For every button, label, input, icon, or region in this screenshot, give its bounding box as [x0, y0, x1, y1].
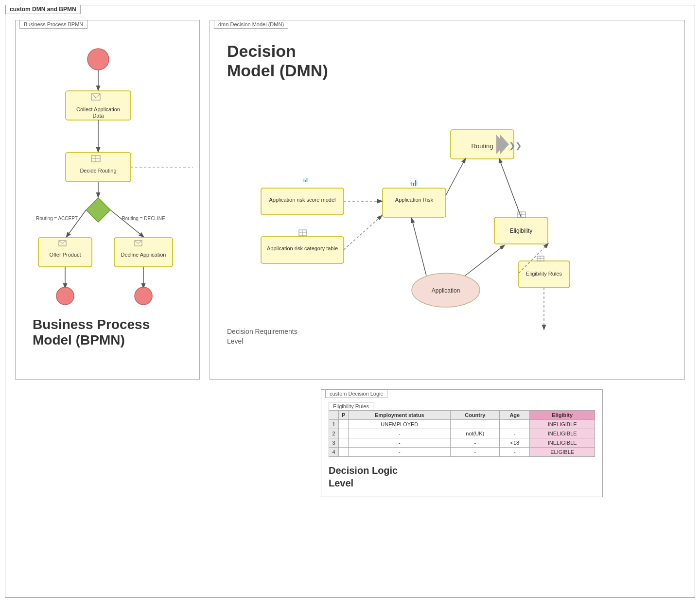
dmn-arrow-app-arisk	[412, 219, 426, 276]
table-cell-p-4	[339, 448, 349, 457]
table-row: 3 - - <18 INELIGIBLE	[329, 438, 595, 448]
table-row: 4 - - - ELIGIBLE	[329, 448, 595, 457]
table-cell-p-1	[339, 420, 349, 429]
table-cell-country-4: -	[451, 448, 500, 457]
dmn-arrow-elig-routing	[499, 159, 521, 217]
dmn-application-label: Application	[432, 287, 460, 294]
table-tab: Eligibility Rules	[329, 402, 373, 410]
dmn-panel-title: dmn Decision Model (DMN)	[214, 20, 288, 29]
bpmn-big-label-2: Model (BPMN)	[33, 332, 125, 347]
table-header-eligibility: Eligibity	[530, 411, 595, 420]
table-header-p: P	[339, 411, 349, 420]
svg-rect-14	[518, 212, 525, 218]
eligibility-table-container: Eligibility Rules P Employment status Co…	[329, 402, 595, 457]
dmn-elig-rules-label: Eligibility Rules	[526, 271, 562, 277]
svg-text:📊: 📊	[409, 178, 418, 187]
table-cell-country-1: -	[451, 420, 500, 429]
dmn-routing-label: Routing	[472, 142, 493, 150]
table-cell-employment-3: -	[349, 438, 451, 448]
table-cell-num-3: 3	[329, 438, 339, 448]
bpmn-panel-title: Business Process BPMN	[19, 20, 88, 29]
table-cell-country-3: -	[451, 438, 500, 448]
table-cell-num-2: 2	[329, 429, 339, 438]
bpmn-end-event-1	[56, 287, 74, 305]
bpmn-collect-label: Collect Application	[76, 106, 120, 112]
decision-logic-big-label: Decision Logic Level	[329, 464, 595, 489]
table-cell-age-3: <18	[500, 438, 530, 448]
bpmn-gateway	[86, 198, 110, 222]
table-header-employment: Employment status	[349, 411, 451, 420]
dmn-drl-label-1: Decision Requirements	[227, 328, 298, 335]
bpmn-end-event-2	[135, 287, 152, 305]
table-cell-p-2	[339, 429, 349, 438]
bpmn-decline-label: Routing = DECLINE	[122, 216, 165, 221]
dmn-panel: dmn Decision Model (DMN) Decision Model …	[210, 20, 685, 380]
table-cell-eligibility-3: INELIGIBLE	[530, 438, 595, 448]
decision-logic-label-1: Decision Logic	[329, 464, 595, 477]
table-cell-p-3	[339, 438, 349, 448]
table-cell-age-4: -	[500, 448, 530, 457]
bpmn-accept-label: Routing = ACCEPT	[36, 216, 78, 221]
dmn-arrow-app-elig	[465, 245, 504, 276]
bpmn-decide-box	[66, 153, 131, 182]
table-cell-employment-2: -	[349, 429, 451, 438]
decision-logic-label-2: Level	[329, 477, 595, 489]
table-cell-eligibility-1: INELIGIBLE	[530, 420, 595, 429]
bpmn-svg: Collect Application Data Decide Routing	[23, 28, 193, 348]
svg-text:❯❯: ❯❯	[509, 141, 522, 150]
decision-logic-panel: custom Decision Logic Eligibility Rules …	[321, 389, 603, 497]
dmn-arisk-box	[383, 188, 446, 217]
outer-title: custom DMN and BPMN	[5, 5, 81, 14]
table-header-num	[329, 411, 339, 420]
dmn-arrow-risk-routing	[446, 159, 465, 195]
dmn-arisk-model-label: Application risk score model	[269, 197, 336, 203]
bpmn-decide-label: Decide Routing	[80, 168, 116, 173]
table-cell-age-2: -	[500, 429, 530, 438]
bpmn-big-label-1: Business Process	[33, 317, 150, 332]
dmn-arrow-cat-risk	[344, 216, 382, 250]
dmn-svg: Decision Model (DMN) ❯❯ Routing 📊 Applic…	[217, 28, 572, 368]
bpmn-decline-label2: Decline Application	[121, 252, 166, 258]
decision-logic-section: custom Decision Logic Eligibility Rules …	[5, 389, 695, 507]
bpmn-panel: Business Process BPMN Collect Applicatio…	[15, 20, 200, 380]
bpmn-start-event	[88, 49, 109, 70]
table-cell-employment-1: UNEMPLOYED	[349, 420, 451, 429]
bpmn-arrow-right	[110, 210, 143, 237]
dmn-arisk-label: Application Risk	[395, 197, 434, 203]
bpmn-collect-label2: Data	[92, 113, 104, 119]
decision-logic-title: custom Decision Logic	[325, 389, 387, 398]
svg-text:📊: 📊	[302, 176, 309, 183]
table-header-country: Country	[451, 411, 500, 420]
table-header-age: Age	[500, 411, 530, 420]
table-cell-employment-4: -	[349, 448, 451, 457]
table-cell-eligibility-2: INELIGIBLE	[530, 429, 595, 438]
bpmn-arrow-left	[67, 210, 86, 237]
dmn-arisk-cat-label: Application risk category table	[267, 245, 338, 251]
table-cell-num-4: 4	[329, 448, 339, 457]
dmn-eligibility-label: Eligibility	[510, 227, 533, 234]
dmn-big-label-1: Decision	[227, 42, 296, 60]
table-row: 1 UNEMPLOYED - - INELIGIBLE	[329, 420, 595, 429]
table-cell-num-1: 1	[329, 420, 339, 429]
table-row: 2 - not(UK) - INELIGIBLE	[329, 429, 595, 438]
svg-rect-11	[299, 230, 307, 236]
eligibility-table: P Employment status Country Age Eligibit…	[329, 410, 595, 457]
table-cell-eligibility-4: ELIGIBLE	[530, 448, 595, 457]
bpmn-offer-label: Offer Product	[49, 252, 81, 258]
dmn-big-label-2: Model (DMN)	[227, 61, 328, 80]
table-cell-age-1: -	[500, 420, 530, 429]
dmn-drl-label-2: Level	[227, 337, 243, 345]
table-cell-country-2: not(UK)	[451, 429, 500, 438]
outer-container: custom DMN and BPMN Business Process BPM…	[5, 5, 695, 598]
